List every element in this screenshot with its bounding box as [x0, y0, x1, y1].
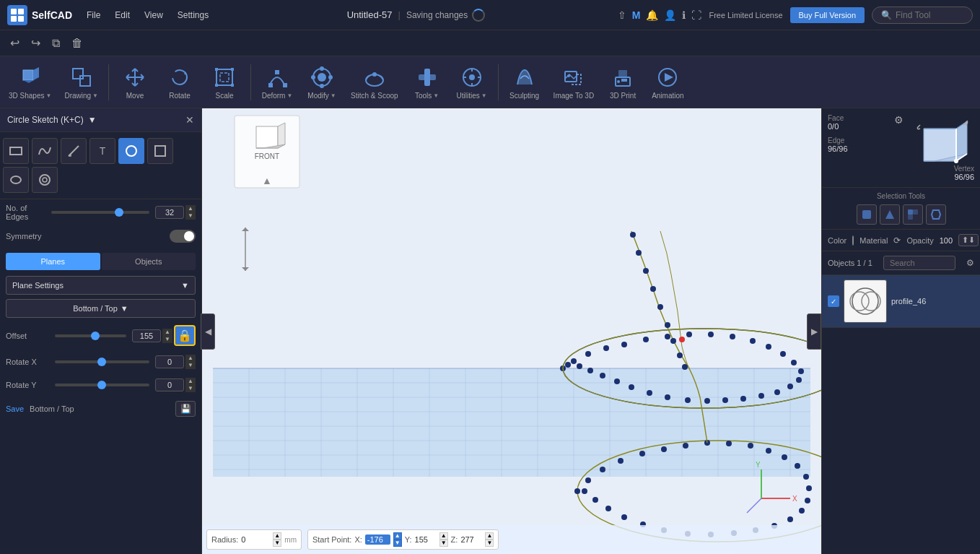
- toolbar-stitch-scoop[interactable]: Stitch & Scoop: [345, 61, 404, 103]
- m-icon[interactable]: M: [632, 9, 641, 21]
- symmetry-toggle[interactable]: [170, 230, 196, 243]
- offset-lock-button[interactable]: 🔒: [174, 325, 196, 346]
- menu-settings[interactable]: Settings: [172, 7, 214, 23]
- toolbar-3d-print[interactable]: 3D Print: [601, 61, 644, 103]
- toolbar-deform[interactable]: Deform ▼: [255, 61, 299, 103]
- objects-settings-icon[interactable]: ⚙: [966, 258, 974, 268]
- offset-slider[interactable]: [55, 334, 126, 337]
- toolbar-scale[interactable]: Scale: [203, 61, 246, 103]
- svg-point-119: [795, 463, 800, 469]
- toolbar-move[interactable]: Move: [113, 61, 157, 103]
- toolbar-sculpting[interactable]: Sculpting: [503, 61, 546, 103]
- rotate-x-up[interactable]: ▲: [185, 355, 196, 362]
- start-y-input[interactable]: [415, 535, 437, 544]
- selection-tool-1[interactable]: [857, 204, 877, 225]
- arc-draw-tool[interactable]: [3, 167, 29, 193]
- svg-point-10: [172, 70, 187, 85]
- share-icon[interactable]: ⇧: [618, 9, 626, 21]
- square-draw-tool[interactable]: [147, 138, 173, 164]
- app-logo[interactable]: SelfCAD: [7, 5, 72, 25]
- info-icon[interactable]: ℹ: [682, 9, 686, 21]
- num-edges-spinner[interactable]: ▲ ▼: [185, 205, 196, 220]
- rotate-y-spinner[interactable]: ▲ ▼: [185, 378, 196, 392]
- num-edges-up[interactable]: ▲: [185, 205, 196, 212]
- menu-view[interactable]: View: [139, 7, 169, 23]
- offset-down[interactable]: ▼: [162, 336, 172, 343]
- rotate-x-slider[interactable]: [55, 360, 149, 363]
- gear-settings[interactable]: ⚙: [894, 114, 904, 131]
- start-x-up[interactable]: ▲: [393, 532, 402, 540]
- redo-button[interactable]: ↪: [28, 33, 43, 53]
- material-icon[interactable]: ⟳: [893, 235, 901, 246]
- plane-settings-dropdown[interactable]: Plane Settings ▼: [6, 276, 196, 295]
- text-draw-tool[interactable]: T: [89, 138, 115, 164]
- num-edges-down[interactable]: ▼: [185, 212, 196, 220]
- start-y-down[interactable]: ▼: [439, 540, 448, 547]
- user-icon[interactable]: 👤: [664, 9, 676, 21]
- bell-icon[interactable]: 🔔: [646, 9, 658, 21]
- svg-point-140: [657, 304, 663, 310]
- color-picker[interactable]: [852, 235, 854, 246]
- search-input[interactable]: [890, 259, 940, 267]
- undo-button[interactable]: ↩: [7, 33, 22, 53]
- toolbar-utilities[interactable]: Utilities ▼: [450, 61, 494, 103]
- offset-spinner[interactable]: ▲ ▼: [162, 329, 172, 343]
- buy-full-version-button[interactable]: Buy Full Version: [790, 7, 865, 23]
- curve-draw-tool[interactable]: [32, 138, 58, 164]
- duplicate-button[interactable]: ⧉: [49, 34, 63, 53]
- collapse-left-button[interactable]: ◀: [201, 313, 215, 350]
- planes-tab[interactable]: Planes: [6, 253, 100, 270]
- rotate-y-down[interactable]: ▼: [185, 385, 196, 392]
- start-z-up[interactable]: ▲: [485, 532, 494, 540]
- toolbar-modify[interactable]: Modify ▼: [300, 61, 344, 103]
- toolbar-animation[interactable]: Animation: [646, 61, 689, 103]
- num-edges-slider[interactable]: [51, 211, 149, 214]
- find-tool-input[interactable]: [896, 10, 968, 20]
- selection-tool-3[interactable]: [903, 204, 923, 225]
- svg-rect-15: [215, 84, 218, 87]
- radius-down[interactable]: ▼: [273, 540, 281, 547]
- ring-draw-tool[interactable]: [32, 167, 58, 193]
- rotate-y-up[interactable]: ▲: [185, 378, 196, 385]
- svg-point-95: [704, 398, 710, 404]
- rectangle-draw-tool[interactable]: [3, 138, 29, 164]
- panel-dropdown-arrow[interactable]: ▼: [88, 115, 97, 125]
- save-button[interactable]: 💾: [175, 401, 196, 417]
- start-z-input[interactable]: [460, 535, 482, 544]
- start-z-down[interactable]: ▼: [485, 540, 494, 547]
- num-edges-row: No. of Edges 32 ▲ ▼: [0, 199, 201, 225]
- toolbar-tools[interactable]: Tools ▼: [406, 61, 449, 103]
- viewport[interactable]: FRONT ▲: [202, 108, 821, 554]
- svg-point-108: [585, 477, 591, 483]
- menu-edit[interactable]: Edit: [109, 7, 136, 23]
- collapse-right-button[interactable]: ▶: [807, 313, 821, 350]
- bottom-top-button[interactable]: Bottom / Top ▼: [6, 299, 196, 318]
- selection-tool-4[interactable]: [926, 204, 946, 225]
- start-x-down[interactable]: ▼: [393, 540, 402, 547]
- rotate-x-down[interactable]: ▼: [185, 362, 196, 369]
- toolbar-drawing[interactable]: Drawing ▼: [58, 61, 104, 103]
- panel-close-button[interactable]: ✕: [185, 114, 194, 126]
- objects-tab[interactable]: Objects: [102, 253, 196, 270]
- radius-up[interactable]: ▲: [273, 532, 281, 540]
- delete-button[interactable]: 🗑: [69, 34, 86, 53]
- svg-rect-37: [621, 79, 627, 82]
- toolbar-3d-shapes[interactable]: 3D Shapes ▼: [3, 61, 57, 103]
- rotate-x-spinner[interactable]: ▲ ▼: [185, 355, 196, 369]
- rotate-y-slider[interactable]: [55, 384, 149, 386]
- start-y-up[interactable]: ▲: [439, 532, 448, 540]
- pen-draw-tool[interactable]: [61, 138, 87, 164]
- circle-draw-tool[interactable]: [118, 138, 144, 164]
- opacity-spinner[interactable]: ⬆⬇: [958, 234, 979, 246]
- fullscreen-icon[interactable]: ⛶: [691, 9, 701, 21]
- viewport-canvas[interactable]: FRONT ▲: [202, 108, 821, 554]
- object-item[interactable]: ✓ profile_46: [822, 275, 980, 328]
- action-bar: ↩ ↪ ⧉ 🗑: [0, 30, 980, 56]
- toolbar-image-to-3d[interactable]: Image To 3D: [548, 61, 600, 103]
- radius-input[interactable]: [241, 535, 270, 544]
- start-x-input[interactable]: [365, 534, 390, 545]
- offset-up[interactable]: ▲: [162, 329, 172, 336]
- selection-tool-2[interactable]: [880, 204, 900, 225]
- toolbar-rotate[interactable]: Rotate: [158, 61, 201, 103]
- menu-file[interactable]: File: [81, 7, 106, 23]
